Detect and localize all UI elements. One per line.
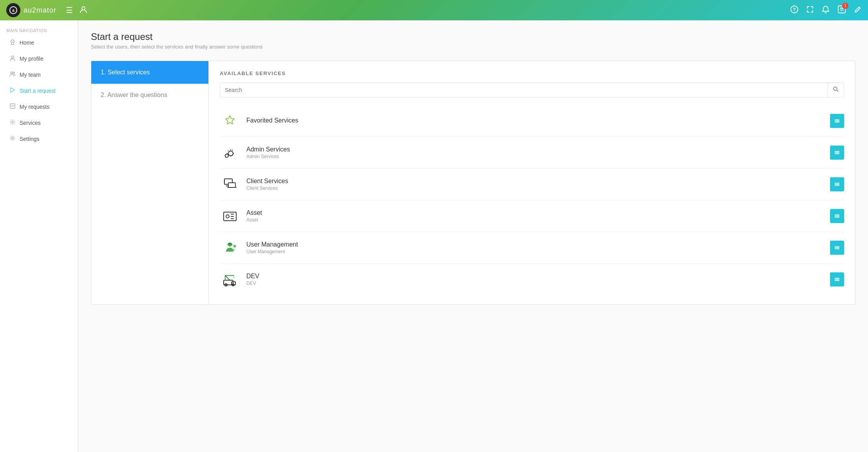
cart-icon[interactable]: 1 (837, 5, 846, 16)
menu-toggle-icon[interactable]: ☰ (66, 5, 73, 15)
service-item-user-management[interactable]: User Management User Management (220, 232, 844, 264)
sidebar-item-start-request-label: Start a request (20, 88, 56, 94)
sidebar-item-home[interactable]: Home (3, 35, 75, 50)
service-item-client[interactable]: Client Services Client Services (220, 169, 844, 200)
service-item-dev[interactable]: DEV DEV (220, 264, 844, 295)
step-1-label: Select services (108, 69, 150, 76)
sidebar: Main Navigation Home My profile (0, 20, 78, 452)
service-item-admin[interactable]: Admin Services Admin Services (220, 137, 844, 169)
svg-point-2 (82, 7, 85, 10)
favorited-info: Favorited Services (246, 117, 830, 125)
service-item-favorited[interactable]: Favorited Services (220, 105, 844, 137)
sidebar-item-my-requests-label: My requests (20, 104, 49, 110)
search-button[interactable] (828, 83, 844, 97)
client-name: Client Services (246, 178, 830, 185)
search-bar (220, 83, 844, 97)
admin-icon (220, 142, 240, 163)
client-select-btn[interactable] (830, 177, 844, 191)
asset-desc: Asset (246, 217, 830, 223)
home-icon (9, 39, 16, 47)
dev-info: DEV DEV (246, 273, 830, 286)
profile-icon (9, 55, 16, 63)
svg-rect-29 (228, 183, 235, 187)
svg-point-14 (12, 121, 13, 123)
step-2[interactable]: 2. Answer the questions (91, 84, 208, 106)
sidebar-item-settings[interactable]: Settings (3, 131, 75, 147)
sidebar-item-my-profile-label: My profile (20, 56, 43, 62)
help-icon[interactable]: ? (790, 5, 798, 15)
client-desc: Client Services (246, 185, 830, 191)
step-1-number: 1. (101, 69, 106, 76)
svg-point-8 (11, 72, 13, 74)
admin-select-btn[interactable] (830, 146, 844, 160)
asset-info: Asset Asset (246, 209, 830, 223)
sidebar-item-my-profile[interactable]: My profile (3, 51, 75, 67)
svg-point-16 (834, 87, 837, 90)
user-management-select-btn[interactable] (830, 241, 844, 255)
sidebar-section-label: Main Navigation (0, 25, 78, 34)
svg-text:a: a (12, 8, 14, 13)
services-header: AVAILABLE SERVICES (220, 70, 844, 76)
page-title: Start a request (91, 31, 855, 42)
expand-icon[interactable] (806, 5, 814, 15)
edit-icon[interactable] (854, 5, 862, 15)
user-management-desc: User Management (246, 249, 830, 254)
sidebar-item-settings-label: Settings (20, 136, 40, 142)
dev-select-btn[interactable] (830, 272, 844, 286)
svg-point-35 (226, 215, 229, 218)
app-header: a au2mator ☰ ? (0, 0, 868, 20)
favorited-icon (220, 111, 240, 131)
page-subtitle: Select the users, then select the servic… (91, 44, 855, 50)
svg-text:?: ? (793, 7, 796, 13)
team-icon (9, 71, 16, 79)
logo[interactable]: a au2mator (6, 3, 56, 17)
favorited-name: Favorited Services (246, 117, 830, 124)
svg-line-17 (837, 90, 838, 92)
settings-icon (9, 135, 16, 143)
svg-point-9 (13, 72, 14, 74)
sidebar-item-my-requests[interactable]: My requests (3, 99, 75, 115)
asset-select-btn[interactable] (830, 209, 844, 223)
search-input[interactable] (220, 84, 828, 96)
cart-badge: 1 (842, 3, 848, 9)
dev-desc: DEV (246, 281, 830, 286)
play-icon (9, 87, 16, 95)
step-2-label: Answer the questions (107, 92, 167, 98)
content-area: Start a request Select the users, then s… (78, 20, 868, 452)
favorited-select-btn[interactable] (830, 114, 844, 128)
logo-icon: a (6, 3, 20, 17)
sidebar-item-services[interactable]: Services (3, 115, 75, 131)
dev-icon-wrap (220, 269, 240, 290)
logo-text: au2mator (24, 6, 56, 14)
svg-marker-10 (11, 88, 14, 92)
header-user-icon[interactable] (79, 5, 88, 16)
sidebar-item-start-a-request[interactable]: Start a request (3, 83, 75, 99)
main-layout: Main Navigation Home My profile (0, 20, 868, 452)
svg-rect-6 (11, 42, 14, 45)
dev-name: DEV (246, 273, 830, 280)
request-container: 1. Select services 2. Answer the questio… (91, 61, 855, 305)
svg-line-51 (225, 276, 230, 280)
sidebar-item-home-label: Home (20, 40, 34, 46)
bell-icon[interactable] (822, 5, 830, 15)
user-management-icon (220, 238, 240, 258)
user-management-name: User Management (246, 241, 830, 248)
step-1[interactable]: 1. Select services (91, 61, 208, 84)
admin-name: Admin Services (246, 146, 830, 153)
svg-rect-11 (10, 104, 15, 108)
services-panel: AVAILABLE SERVICES (209, 61, 855, 304)
asset-name: Asset (246, 209, 830, 216)
steps-panel: 1. Select services 2. Answer the questio… (91, 61, 209, 304)
services-icon (9, 119, 16, 127)
step-2-number: 2. (101, 92, 106, 98)
header-actions: ? 1 (790, 5, 862, 16)
requests-icon (9, 103, 16, 111)
sidebar-item-services-label: Services (20, 120, 41, 126)
admin-desc: Admin Services (246, 154, 830, 159)
user-management-info: User Management User Management (246, 241, 830, 254)
service-item-asset[interactable]: Asset Asset (220, 200, 844, 232)
client-icon (220, 174, 240, 194)
client-info: Client Services Client Services (246, 178, 830, 191)
svg-rect-34 (224, 212, 236, 221)
sidebar-item-my-team[interactable]: My team (3, 67, 75, 83)
